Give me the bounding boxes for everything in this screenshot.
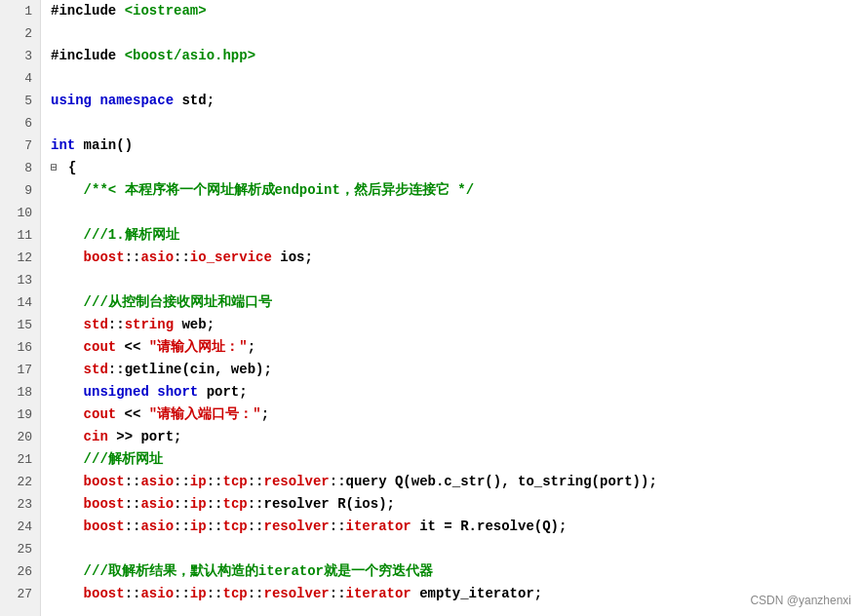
token: ///解析网址 [84, 448, 163, 471]
token: :: [174, 247, 190, 269]
token: #include [51, 45, 125, 67]
code-line-20: cin >> port; [51, 426, 861, 448]
token: :: [248, 583, 264, 605]
token: asio [140, 493, 174, 516]
token [51, 381, 84, 404]
token: iterator [346, 583, 411, 605]
token: :: [207, 471, 223, 493]
line-number-1: 1 [8, 0, 32, 22]
token: boost [84, 583, 125, 605]
code-line-14: ///从控制台接收网址和端口号 [51, 291, 861, 314]
token: :: [174, 471, 190, 493]
token: unsigned [84, 381, 149, 404]
token: tcp [222, 493, 247, 516]
code-line-3: #include <boost/asio.hpp> [51, 45, 861, 67]
token: ip [190, 471, 207, 493]
token: ///取解析结果，默认构造的iterator就是一个穷迭代器 [84, 560, 433, 583]
code-line-21: ///解析网址 [51, 448, 861, 471]
token [149, 381, 157, 404]
token: ip [190, 516, 207, 538]
token: <boost/asio.hpp> [125, 45, 255, 67]
token: web; [174, 314, 215, 336]
token: tcp [222, 516, 247, 538]
token: :: [207, 583, 223, 605]
line-number-23: 23 [8, 493, 32, 516]
line-number-27: 27 [8, 583, 32, 605]
line-number-24: 24 [8, 516, 32, 538]
token [51, 426, 84, 448]
token: boost [84, 493, 125, 516]
code-line-6 [51, 112, 861, 135]
token: :: [207, 493, 223, 516]
token: resolver [264, 583, 330, 605]
token: "请输入端口号：" [149, 404, 261, 426]
token: it = R.resolve(Q); [411, 516, 567, 538]
code-content[interactable]: #include <iostream> #include <boost/asio… [41, 0, 861, 616]
token: <iostream> [125, 0, 207, 22]
line-number-3: 3 [8, 45, 32, 67]
code-line-5: using namespace std; [51, 90, 861, 112]
code-line-23: boost::asio::ip::tcp::resolver R(ios); [51, 493, 861, 516]
token [92, 90, 99, 112]
token [51, 493, 84, 516]
token: asio [140, 516, 174, 538]
token: :: [330, 516, 346, 538]
token: asio [140, 247, 174, 269]
token: :: [207, 516, 223, 538]
token: "请输入网址：" [149, 336, 248, 359]
line-number-19: 19 [8, 404, 32, 426]
code-line-10 [51, 202, 861, 224]
token: ///从控制台接收网址和端口号 [84, 291, 272, 314]
token: ios; [272, 247, 313, 269]
code-line-7: int main() [51, 135, 861, 157]
token: short [157, 381, 198, 404]
token: io_service [190, 247, 272, 269]
line-number-16: 16 [8, 336, 32, 359]
token: query Q(web.c_str(), to_string(port)); [346, 471, 657, 493]
line-number-11: 11 [8, 224, 32, 247]
token [51, 583, 84, 605]
line-number-2: 2 [8, 22, 32, 45]
token [51, 314, 84, 336]
token [51, 224, 84, 247]
token [51, 448, 84, 471]
line-number-25: 25 [8, 538, 32, 560]
code-line-24: boost::asio::ip::tcp::resolver::iterator… [51, 516, 861, 538]
code-line-18: unsigned short port; [51, 381, 861, 404]
watermark: CSDN @yanzhenxi [750, 590, 851, 612]
token: :: [125, 516, 141, 538]
token: cout [84, 404, 117, 426]
code-line-22: boost::asio::ip::tcp::resolver::query Q(… [51, 471, 861, 493]
token: :: [330, 583, 346, 605]
code-line-11: ///1.解析网址 [51, 224, 861, 247]
token [51, 247, 84, 269]
token: ip [190, 583, 207, 605]
token: :: [248, 493, 264, 516]
token [51, 560, 84, 583]
fold-indicator[interactable]: ⊟ [51, 157, 64, 179]
line-number-8: 8 [8, 157, 32, 179]
token: :: [125, 247, 141, 269]
token [51, 404, 84, 426]
token: boost [84, 247, 125, 269]
token: empty_iterator; [411, 583, 542, 605]
line-number-4: 4 [8, 67, 32, 90]
token: :: [330, 471, 346, 493]
code-line-4 [51, 67, 861, 90]
token [51, 336, 84, 359]
token: ///1.解析网址 [84, 224, 179, 247]
token: << [116, 336, 149, 359]
token: #include [51, 0, 125, 22]
token: main() [75, 135, 133, 157]
code-line-8: ⊟{ [51, 157, 861, 179]
token: std [84, 359, 108, 381]
code-line-25 [51, 538, 861, 560]
token: tcp [222, 583, 247, 605]
token: :: [174, 516, 190, 538]
token [51, 471, 84, 493]
token: namespace [99, 90, 174, 112]
line-number-17: 17 [8, 359, 32, 381]
code-line-26: ///取解析结果，默认构造的iterator就是一个穷迭代器 [51, 560, 861, 583]
token: ; [261, 404, 269, 426]
line-number-20: 20 [8, 426, 32, 448]
